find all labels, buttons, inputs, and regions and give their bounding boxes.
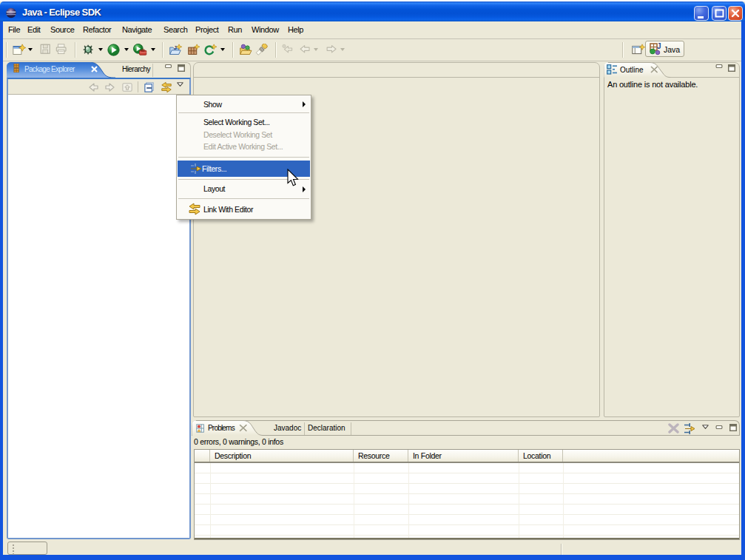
svg-text:J: J [657,42,661,50]
svg-text:J: J [174,44,177,51]
